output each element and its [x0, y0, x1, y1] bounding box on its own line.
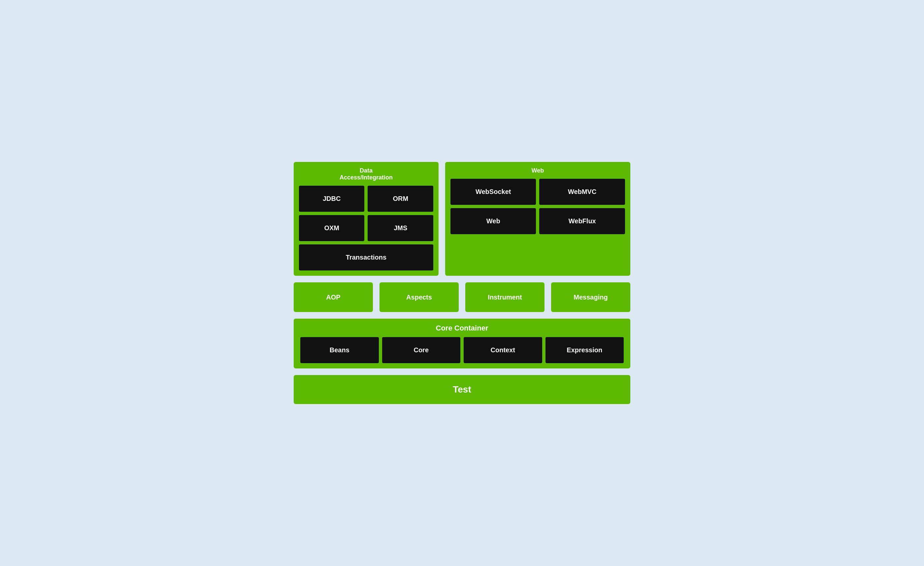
core-items: Beans Core Context Expression: [300, 337, 624, 363]
jdbc-item: JDBC: [299, 186, 364, 212]
top-row: Data Access/Integration JDBC ORM OXM JMS…: [294, 162, 630, 276]
web-title: Web: [532, 167, 544, 174]
context-item: Context: [464, 337, 542, 363]
transactions-item: Transactions: [299, 244, 433, 271]
web-box: Web WebSocket WebMVC Web WebFlux: [445, 162, 630, 276]
diagram-container: Data Access/Integration JDBC ORM OXM JMS…: [280, 149, 644, 417]
core-container: Core Container Beans Core Context Expres…: [294, 319, 630, 368]
instrument-item: Instrument: [465, 282, 544, 312]
webmvc-item: WebMVC: [539, 179, 625, 205]
data-access-items: JDBC ORM OXM JMS Transactions: [299, 186, 433, 271]
webflux-item: WebFlux: [539, 208, 625, 234]
beans-item: Beans: [300, 337, 379, 363]
web-item: Web: [450, 208, 536, 234]
core-item: Core: [382, 337, 460, 363]
test-label: Test: [453, 384, 471, 395]
oxm-item: OXM: [299, 215, 364, 241]
data-access-box: Data Access/Integration JDBC ORM OXM JMS…: [294, 162, 439, 276]
messaging-item: Messaging: [551, 282, 630, 312]
middle-row: AOP Aspects Instrument Messaging: [294, 282, 630, 312]
orm-item: ORM: [368, 186, 433, 212]
data-access-title: Data Access/Integration: [340, 167, 393, 181]
expression-item: Expression: [546, 337, 624, 363]
aspects-item: Aspects: [380, 282, 459, 312]
aop-item: AOP: [294, 282, 373, 312]
core-container-title: Core Container: [300, 324, 624, 332]
web-items: WebSocket WebMVC Web WebFlux: [450, 179, 625, 234]
websocket-item: WebSocket: [450, 179, 536, 205]
jms-item: JMS: [368, 215, 433, 241]
test-bar: Test: [294, 375, 630, 404]
